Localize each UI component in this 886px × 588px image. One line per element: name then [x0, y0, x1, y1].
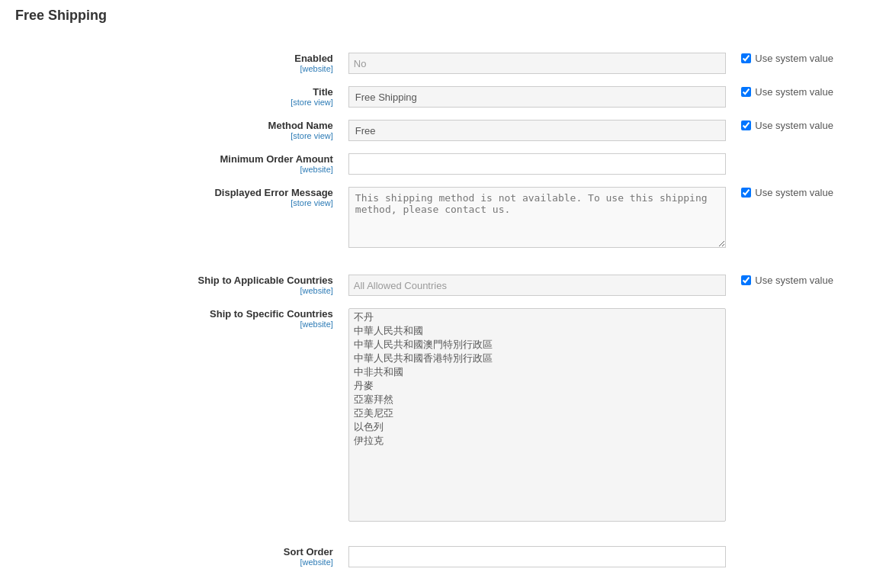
list-item[interactable]: 中華人民共和國澳門特別行政區 — [354, 338, 721, 352]
enabled-select[interactable]: No Yes — [348, 53, 727, 74]
sort-order-label: Sort Order — [284, 546, 333, 557]
page-title: Free Shipping — [15, 8, 871, 24]
ship-specific-select[interactable]: 不丹中華人民共和國中華人民共和國澳門特別行政區中華人民共和國香港特別行政區中非共… — [348, 308, 727, 522]
ship-applicable-select[interactable]: All Allowed Countries Specific Countries — [348, 275, 727, 296]
enabled-scope: [website] — [23, 64, 333, 73]
use-system-method-checkbox[interactable] — [741, 120, 751, 130]
error-message-scope: [store view] — [23, 198, 333, 207]
use-system-enabled-label[interactable]: Use system value — [741, 53, 863, 64]
ship-specific-row: Ship to Specific Countries [website] 不丹中… — [15, 302, 871, 528]
method-name-scope: [store view] — [23, 131, 333, 140]
use-system-method-label[interactable]: Use system value — [741, 120, 863, 131]
use-system-applicable-text: Use system value — [755, 275, 833, 286]
use-system-title-checkbox[interactable] — [741, 87, 751, 97]
use-system-applicable-checkbox[interactable] — [741, 275, 751, 285]
list-item[interactable]: 中華人民共和國 — [354, 324, 721, 338]
title-label: Title — [313, 86, 333, 98]
ship-specific-label: Ship to Specific Countries — [210, 308, 333, 320]
use-system-error-label[interactable]: Use system value — [741, 187, 863, 198]
title-row: Title [store view] Use system value — [15, 80, 871, 114]
ship-applicable-row: Ship to Applicable Countries [website] A… — [15, 268, 871, 302]
settings-form: Enabled [website] No Yes Use system valu… — [15, 47, 871, 574]
use-system-enabled-checkbox[interactable] — [741, 53, 751, 63]
ship-applicable-label: Ship to Applicable Countries — [198, 275, 333, 286]
title-input[interactable] — [348, 86, 727, 108]
min-order-scope: [website] — [23, 165, 333, 174]
enabled-row: Enabled [website] No Yes Use system valu… — [15, 47, 871, 80]
ship-specific-scope: [website] — [23, 320, 333, 329]
title-scope: [store view] — [23, 98, 333, 107]
list-item[interactable]: 亞美尼亞 — [354, 406, 721, 420]
use-system-method-text: Use system value — [755, 120, 833, 131]
enabled-label: Enabled — [294, 53, 333, 64]
ship-applicable-scope: [website] — [23, 286, 333, 295]
list-item[interactable]: 以色列 — [354, 420, 721, 434]
error-message-label: Displayed Error Message — [214, 187, 332, 198]
sort-order-scope: [website] — [23, 557, 333, 567]
list-item[interactable]: 不丹 — [354, 310, 721, 324]
list-item[interactable]: 亞塞拜然 — [354, 393, 721, 406]
list-item[interactable]: 伊拉克 — [354, 434, 721, 448]
error-message-textarea[interactable] — [348, 187, 727, 248]
method-name-input[interactable] — [348, 120, 727, 141]
method-name-label: Method Name — [268, 120, 333, 131]
spacer-1 — [15, 256, 871, 268]
min-order-input[interactable] — [348, 153, 727, 175]
method-name-row: Method Name [store view] Use system valu… — [15, 114, 871, 147]
use-system-enabled-text: Use system value — [755, 53, 833, 64]
list-item[interactable]: 中華人民共和國香港特別行政區 — [354, 352, 721, 365]
list-item[interactable]: 丹麥 — [354, 379, 721, 393]
min-order-label: Minimum Order Amount — [220, 153, 333, 165]
sort-order-input[interactable] — [348, 546, 727, 567]
min-order-row: Minimum Order Amount [website] — [15, 147, 871, 181]
list-item[interactable]: 中非共和國 — [354, 365, 721, 379]
use-system-title-text: Use system value — [755, 86, 833, 98]
use-system-applicable-label[interactable]: Use system value — [741, 275, 863, 286]
use-system-error-checkbox[interactable] — [741, 188, 751, 198]
use-system-error-text: Use system value — [755, 187, 833, 198]
use-system-title-label[interactable]: Use system value — [741, 86, 863, 98]
sort-order-row: Sort Order [website] — [15, 540, 871, 574]
spacer-2 — [15, 528, 871, 540]
error-message-row: Displayed Error Message [store view] Use… — [15, 181, 871, 256]
